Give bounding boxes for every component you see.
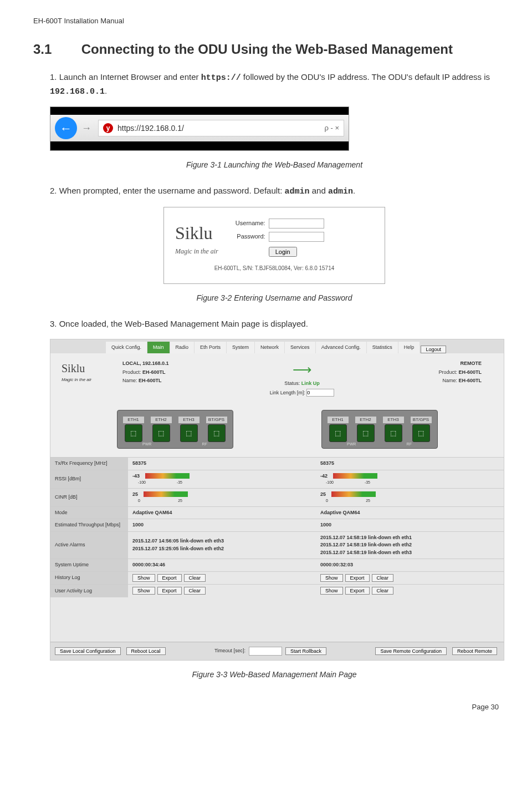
save-remote-button[interactable]: Save Remote Configuration: [375, 647, 447, 655]
table-row: Tx/Rx Frequency [MHz]5837558375: [50, 457, 504, 470]
clear-button[interactable]: Clear: [184, 574, 206, 582]
row-label: RSSI [dBm]: [50, 470, 128, 488]
status-label: Status:: [284, 380, 300, 386]
local-value: Adaptive QAM64: [128, 507, 316, 519]
local-name: EH-600TL: [139, 378, 162, 383]
row-label: Active Alarms: [50, 532, 128, 559]
remote-value: ShowExportClear: [316, 585, 504, 597]
reboot-local-button[interactable]: Reboot Local: [126, 647, 166, 655]
tab-help[interactable]: Help: [398, 342, 420, 354]
step-1-c2: 192.168.0.1: [50, 87, 105, 97]
local-value: 25025: [128, 489, 316, 506]
export-button[interactable]: Export: [345, 574, 370, 582]
nav-tabs: Quick Config.MainRadioEth PortsSystemNet…: [50, 339, 504, 354]
row-label: Mode: [50, 507, 128, 519]
step-2-c1: admin: [285, 187, 310, 196]
gauge-icon: [144, 491, 188, 497]
device-bottom-label: RF: [202, 441, 207, 448]
device-bottom-label: RF: [407, 441, 412, 448]
step-1-t2: followed by the ODU's IP address. The OD…: [241, 72, 490, 82]
tab-system[interactable]: System: [227, 342, 254, 354]
clear-button[interactable]: Clear: [184, 587, 206, 595]
remote-product-label: Product:: [438, 369, 457, 375]
gauge-labels: -100-35: [138, 480, 182, 486]
gauge-min: 0: [138, 498, 140, 504]
step-2-t3: .: [353, 186, 355, 195]
eth-label: ETH3: [178, 417, 200, 423]
doc-header: EH-600T Installation Manual: [33, 17, 499, 25]
login-button[interactable]: Login: [269, 247, 297, 257]
tab-main[interactable]: Main: [147, 342, 170, 354]
browser-bar-inner: ← → y https://192.168.0.1/ ρ - ×: [50, 115, 349, 141]
export-button[interactable]: Export: [157, 587, 182, 595]
address-bar[interactable]: y https://192.168.0.1/ ρ - ×: [98, 120, 344, 136]
value-text: 58375: [320, 460, 334, 466]
value-text: 0000:00:34:46: [132, 562, 165, 567]
step-3: 3. Once loaded, the Web-Based Management…: [50, 318, 499, 681]
logout-button[interactable]: Logout: [421, 346, 446, 353]
username-input[interactable]: [269, 219, 324, 229]
brand-text: Siklu: [175, 220, 218, 246]
value-text: 1000: [320, 522, 331, 527]
link-length-input[interactable]: [306, 389, 334, 397]
tab-eth-ports[interactable]: Eth Ports: [195, 342, 226, 354]
password-label: Password:: [229, 232, 265, 241]
webui-logo: Siklu Magic in the air: [62, 360, 111, 383]
link-length-label: Link Length [m]:: [270, 390, 305, 395]
show-button[interactable]: Show: [320, 574, 343, 582]
step-2: 2. When prompted, enter the username and…: [50, 185, 499, 304]
step-2-c2: admin: [328, 187, 353, 196]
clear-button[interactable]: Clear: [372, 587, 394, 595]
status-value: Link Up: [301, 380, 320, 386]
table-row: RSSI [dBm]-43-100-35-42-100-35: [50, 470, 504, 488]
tab-services[interactable]: Services: [285, 342, 315, 354]
show-button[interactable]: Show: [132, 587, 155, 595]
eth-port: ETH1⬚: [123, 417, 144, 442]
gauge-min: -100: [138, 480, 146, 486]
eth-label: BT/GPS: [411, 417, 432, 423]
export-button[interactable]: Export: [157, 574, 182, 582]
url-text: https://192.168.0.1/: [117, 123, 324, 134]
timeout-input[interactable]: [249, 647, 282, 656]
ethernet-icon: ⬚: [357, 424, 375, 442]
value-text: Adaptive QAM64: [132, 510, 172, 515]
address-bar-controls: ρ - ×: [324, 123, 339, 134]
show-button[interactable]: Show: [132, 574, 155, 582]
start-rollback-button[interactable]: Start Rollback: [285, 647, 326, 655]
tab-advanced-config-[interactable]: Advanced Config.: [316, 342, 366, 354]
step-1-t1: Launch an Internet Browser and enter: [59, 72, 201, 82]
remote-device: ETH1⬚ETH2⬚ETH3⬚BT/GPS⬚PWRRF: [321, 410, 438, 449]
password-input[interactable]: [269, 232, 324, 242]
site-icon: y: [103, 123, 113, 133]
remote-value: Adaptive QAM64: [316, 507, 504, 519]
figure-3-3-caption: Figure 3-3 Web-Based Management Main Pag…: [50, 669, 499, 681]
tab-statistics[interactable]: Statistics: [367, 342, 398, 354]
clear-button[interactable]: Clear: [372, 574, 394, 582]
local-value: ShowExportClear: [128, 585, 316, 597]
value-text: -43: [132, 473, 140, 479]
table-row: History LogShowExportClearShowExportClea…: [50, 571, 504, 585]
ethernet-icon: ⬚: [385, 424, 402, 442]
remote-value: 58375: [316, 458, 504, 470]
show-button[interactable]: Show: [320, 587, 343, 595]
tab-radio[interactable]: Radio: [170, 342, 195, 354]
login-footer: EH-600TL, S/N: T.BJF58L0084, Ver: 6.8.0 …: [214, 264, 335, 272]
gauge-min: -100: [326, 480, 334, 486]
value-text: 25: [320, 491, 326, 497]
device-bottom-label: PWR: [347, 441, 356, 448]
remote-value: 2015.12.07 14:58:19 link-down eth eth120…: [316, 532, 504, 559]
browser-screenshot: ← → y https://192.168.0.1/ ρ - ×: [50, 106, 349, 151]
save-local-button[interactable]: Save Local Configuration: [55, 647, 121, 655]
gauge-labels: -100-35: [326, 480, 370, 486]
tab-quick-config-[interactable]: Quick Config.: [106, 342, 147, 354]
alarm-line: 2015.12.07 15:25:05 link-down eth eth2: [132, 545, 311, 553]
ethernet-icon: ⬚: [125, 424, 142, 442]
tab-network[interactable]: Network: [255, 342, 284, 354]
export-button[interactable]: Export: [345, 587, 370, 595]
section-number: 3.1: [33, 42, 78, 57]
reboot-remote-button[interactable]: Reboot Remote: [452, 647, 497, 655]
device-bottom-row: PWRRF: [322, 441, 437, 448]
step-2-t2: and: [310, 186, 328, 195]
alarm-line: 2015.12.07 14:58:19 link-down eth eth1: [320, 534, 499, 542]
forward-icon: →: [81, 121, 91, 136]
